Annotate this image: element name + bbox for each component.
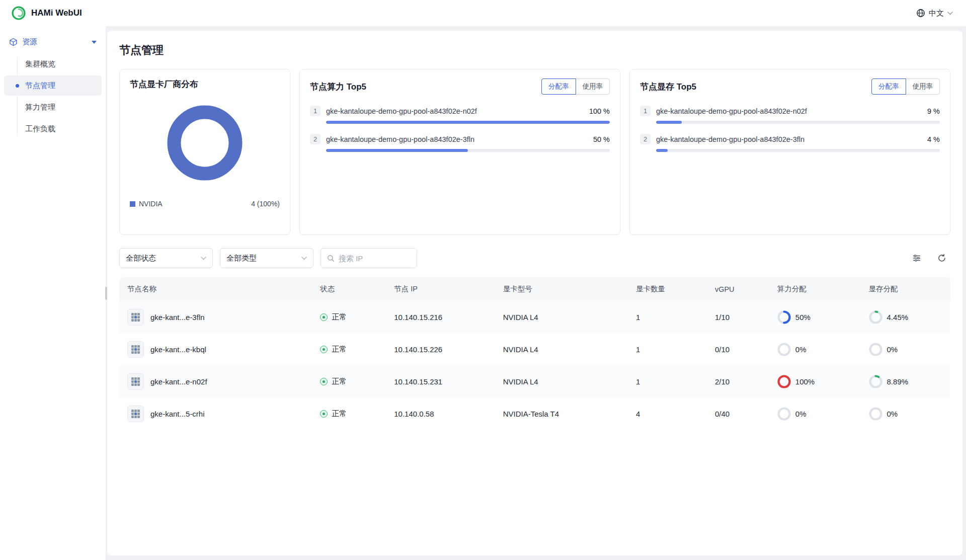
page-card: 节点管理 节点显卡厂商分布	[107, 31, 962, 555]
sidebar-item-label: 算力管理	[25, 103, 55, 112]
status-badge: 正常	[332, 377, 347, 386]
sidebar-item-compute-management[interactable]: 算力管理	[4, 97, 102, 117]
column-header: 状态	[312, 277, 386, 301]
compute-ring-chart	[777, 375, 791, 388]
chevron-down-icon	[201, 257, 206, 260]
node-name: gke-kant...e-3fln	[150, 313, 205, 322]
card-title: 节点显卡厂商分布	[130, 78, 198, 90]
compute-percent: 0%	[795, 410, 807, 418]
gpu-count: 1	[628, 377, 707, 386]
donut-legend: NVIDIA 4 (100%)	[130, 200, 280, 208]
legend-value: 4 (100%)	[251, 200, 280, 208]
progress-track	[326, 149, 610, 152]
stat-cards-row: 节点显卡厂商分布 NVIDIA 4 (100%)	[119, 69, 950, 235]
table-header-row: 节点名称 状态 节点 IP 显卡型号 显卡数量 vGPU 算力分配 显存分配	[119, 277, 950, 301]
brand: HAMi WebUI	[11, 6, 82, 21]
sidebar-item-node-management[interactable]: 节点管理	[4, 75, 102, 96]
status-badge: 正常	[332, 345, 347, 354]
type-filter-value: 全部类型	[226, 254, 257, 263]
gpu-count: 1	[628, 345, 707, 354]
status-badge: 正常	[332, 312, 347, 322]
toggle-usage-rate[interactable]: 使用率	[576, 78, 610, 95]
column-header: 显存分配	[861, 277, 950, 301]
toggle-usage-rate[interactable]: 使用率	[906, 78, 940, 95]
node-ip: 10.140.0.58	[386, 410, 495, 418]
table-row[interactable]: gke-kant...e-n02f 正常 10.140.15.231 NVIDI…	[119, 365, 950, 397]
search-box	[320, 248, 417, 268]
column-header: 节点名称	[119, 277, 312, 301]
vgpu-value: 0/40	[707, 410, 769, 418]
column-header: 节点 IP	[386, 277, 495, 301]
memory-percent: 8.89%	[887, 377, 909, 386]
compute-top5-card: 节点算力 Top5 分配率 使用率 1 gke-kantaloupe-demo-…	[299, 69, 620, 235]
compute-metric-toggle: 分配率 使用率	[541, 78, 610, 95]
card-title: 节点显存 Top5	[640, 81, 696, 93]
status-filter-select[interactable]: 全部状态	[119, 248, 213, 268]
progress-track	[656, 121, 940, 124]
chevron-down-icon	[947, 12, 953, 15]
sidebar-menu: 集群概览 节点管理 算力管理 工作负载	[4, 54, 102, 139]
compute-ring-chart	[777, 310, 791, 324]
sidebar-resize-handle[interactable]	[105, 287, 107, 300]
search-icon	[327, 255, 335, 262]
compute-percent: 100%	[795, 377, 815, 386]
sidebar-item-cluster-overview[interactable]: 集群概览	[4, 54, 102, 74]
vgpu-value: 0/10	[707, 345, 769, 354]
vgpu-value: 1/10	[707, 313, 769, 322]
sidebar: 资源 集群概览 节点管理 算力管理 工作负载	[0, 26, 106, 560]
vendor-distribution-card: 节点显卡厂商分布 NVIDIA 4 (100%)	[119, 69, 290, 235]
app-root: HAMi WebUI 中文 资源	[0, 0, 966, 560]
sidebar-item-workloads[interactable]: 工作负载	[4, 119, 102, 139]
node-value: 100 %	[589, 107, 610, 115]
gpu-model: NVIDIA-Tesla T4	[495, 410, 628, 418]
node-name: gke-kant...e-n02f	[150, 377, 207, 386]
app-title: HAMi WebUI	[31, 8, 82, 18]
compute-percent: 0%	[795, 345, 807, 354]
gpu-count: 4	[628, 410, 707, 418]
language-switcher[interactable]: 中文	[916, 9, 953, 18]
table-row[interactable]: gke-kant...5-crhi 正常 10.140.0.58 NVIDIA-…	[119, 397, 950, 430]
memory-percent: 0%	[887, 345, 898, 354]
table-row[interactable]: gke-kant...e-kbql 正常 10.140.15.226 NVIDI…	[119, 333, 950, 365]
gpu-model: NVIDIA L4	[495, 345, 628, 354]
compute-percent: 50%	[795, 313, 811, 322]
column-settings-button[interactable]	[908, 250, 925, 267]
legend-swatch	[130, 201, 135, 207]
table-row[interactable]: gke-kant...e-3fln 正常 10.140.15.216 NVIDI…	[119, 301, 950, 333]
list-item: 2 gke-kantaloupe-demo-gpu-pool-a843f02e-…	[640, 134, 940, 152]
search-ip-input[interactable]	[339, 254, 404, 263]
node-name: gke-kantaloupe-demo-gpu-pool-a843f02e-3f…	[656, 135, 804, 143]
vgpu-value: 2/10	[707, 377, 769, 386]
node-ip: 10.140.15.216	[386, 313, 495, 322]
progress-fill	[656, 121, 682, 124]
sidebar-section-resources[interactable]: 资源	[4, 32, 102, 52]
status-ok-icon	[320, 410, 328, 418]
gpu-model: NVIDIA L4	[495, 377, 628, 386]
memory-top5-list: 1 gke-kantaloupe-demo-gpu-pool-a843f02e-…	[640, 106, 940, 152]
toggle-allocation-rate[interactable]: 分配率	[541, 78, 576, 95]
node-ip: 10.140.15.226	[386, 345, 495, 354]
column-header: vGPU	[707, 278, 769, 300]
column-header: 算力分配	[769, 277, 861, 301]
legend-label: NVIDIA	[139, 200, 163, 208]
chevron-down-icon	[301, 257, 307, 260]
refresh-button[interactable]	[933, 250, 950, 267]
node-name: gke-kantaloupe-demo-gpu-pool-a843f02e-n0…	[326, 107, 477, 115]
column-header: 显卡型号	[495, 277, 628, 301]
sidebar-item-label: 集群概览	[25, 59, 55, 69]
hami-logo-icon	[11, 6, 26, 21]
toggle-allocation-rate[interactable]: 分配率	[871, 78, 906, 95]
list-item: 1 gke-kantaloupe-demo-gpu-pool-a843f02e-…	[310, 106, 610, 124]
rank-badge: 1	[310, 106, 320, 116]
sidebar-section-label: 资源	[22, 37, 37, 47]
globe-icon	[916, 9, 925, 18]
status-ok-icon	[320, 378, 328, 385]
type-filter-select[interactable]: 全部类型	[220, 248, 313, 268]
caret-down-icon	[92, 41, 97, 44]
progress-fill	[326, 121, 610, 124]
column-header: 显卡数量	[628, 277, 707, 301]
memory-ring-chart	[869, 310, 882, 324]
node-icon	[127, 373, 144, 390]
card-title: 节点算力 Top5	[310, 81, 366, 93]
node-value: 4 %	[927, 135, 940, 143]
